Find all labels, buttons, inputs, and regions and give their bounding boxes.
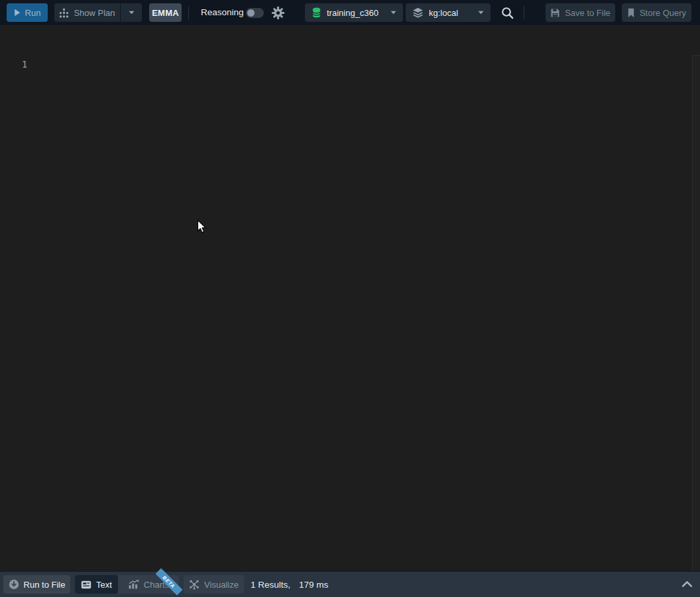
download-circle-icon xyxy=(9,579,19,590)
search-icon[interactable] xyxy=(500,6,514,20)
toolbar-divider xyxy=(188,6,189,19)
editor-content[interactable] xyxy=(38,50,691,545)
emma-button[interactable]: EMMA xyxy=(149,3,182,22)
chevron-down-icon xyxy=(478,11,484,15)
layers-icon xyxy=(412,7,424,18)
editor-minimap[interactable] xyxy=(693,56,700,570)
run-button-label: Run xyxy=(25,8,41,18)
line-number: 1 xyxy=(22,59,27,70)
graph-selector-value: kg:local xyxy=(429,8,473,18)
chevron-up-icon[interactable] xyxy=(681,580,693,588)
reasoning-label: Reasoning xyxy=(201,0,244,25)
play-icon xyxy=(14,9,21,17)
tab-text[interactable]: Text xyxy=(75,575,118,594)
emma-button-label: EMMA xyxy=(152,8,179,18)
run-to-file-button[interactable]: Run to File xyxy=(3,575,70,594)
results-status-bar: Run to File Text xyxy=(0,571,700,597)
mouse-cursor xyxy=(197,219,207,235)
store-query-button[interactable]: Store Query xyxy=(622,3,691,22)
database-selector-value: training_c360 xyxy=(327,8,385,18)
tab-visualize[interactable]: Visualize xyxy=(184,575,244,594)
save-to-file-button[interactable]: Save to File xyxy=(546,3,615,22)
run-button[interactable]: Run xyxy=(7,3,48,22)
bookmark-icon xyxy=(627,8,635,18)
database-icon xyxy=(312,7,321,18)
chevron-down-icon xyxy=(390,11,396,15)
toggle-knob xyxy=(247,9,255,17)
show-plan-dropdown-button[interactable] xyxy=(120,3,142,22)
gear-icon[interactable] xyxy=(271,6,285,20)
save-to-file-label: Save to File xyxy=(565,8,611,18)
results-summary: 1 Results, 179 ms xyxy=(251,572,328,597)
code-editor[interactable]: 1 xyxy=(0,25,700,571)
tab-text-label: Text xyxy=(96,580,112,590)
reasoning-toggle[interactable] xyxy=(246,8,264,18)
graph-selector[interactable]: kg:local xyxy=(406,3,491,22)
plan-tree-icon xyxy=(59,8,69,18)
editor-minimap-border-top xyxy=(692,55,700,56)
show-plan-button[interactable]: Show Plan xyxy=(54,3,120,22)
tab-visualize-label: Visualize xyxy=(204,580,239,590)
app-window: Run Show Plan EMMA Reasoning xyxy=(0,0,700,597)
results-count: 1 Results, xyxy=(251,572,290,597)
floppy-icon xyxy=(550,8,560,18)
document-icon xyxy=(81,580,91,589)
editor-minimap-border xyxy=(692,55,693,570)
show-plan-label: Show Plan xyxy=(74,8,115,18)
database-selector[interactable]: training_c360 xyxy=(305,3,403,22)
results-duration: 179 ms xyxy=(299,572,328,597)
bar-chart-icon xyxy=(128,580,139,589)
store-query-label: Store Query xyxy=(640,8,686,18)
chevron-down-icon xyxy=(129,11,135,15)
toolbar-divider xyxy=(524,6,524,19)
scatter-icon xyxy=(189,579,200,590)
top-toolbar: Run Show Plan EMMA Reasoning xyxy=(0,0,700,25)
run-to-file-label: Run to File xyxy=(24,580,66,590)
